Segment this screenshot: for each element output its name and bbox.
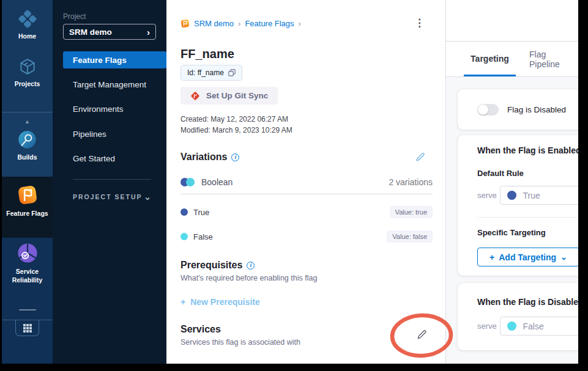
services-title: Services [180,324,221,335]
breadcrumb-project-link[interactable]: SRM demo [194,19,234,28]
flag-id-chip: Id: ff_name [180,65,242,81]
disabled-card-title: When the Flag is Disabled [477,297,578,307]
add-targeting-button[interactable]: + Add Targeting ⌄ [477,248,578,266]
app-window: Home Projects ▲ Builds [2,0,578,364]
panel-header [446,0,578,42]
new-prerequisite-label: New Prerequisite [190,297,260,307]
flag-enabled-card: When the Flag is Enabled i Default Rule … [458,135,578,276]
flag-state-card: Flag is Disabled [458,89,578,130]
variation-row-true: True Value: true [180,206,433,218]
sidebar-item-pipelines[interactable]: Pipelines [73,130,106,139]
module-rail: Home Projects ▲ Builds [2,0,53,364]
variations-header: Variations i [180,152,433,163]
rail-section-builds: ▲ Builds [2,112,53,177]
disabled-serve-row: serve False [477,317,578,336]
serve-variation-select[interactable]: True [500,186,578,205]
rail-collapse-handle[interactable] [19,309,36,310]
prerequisites-title: Prerequisites [180,260,242,271]
boolean-type-icon [180,178,195,186]
chevron-down-icon: ⌄ [144,192,151,202]
variation-name: False [193,232,213,241]
chevron-right-icon: › [147,28,150,37]
git-icon [190,91,200,101]
chevron-right-icon: › [238,19,240,28]
variation-value-badge: Value: true [390,206,433,218]
sidebar-item-feature-flags-page[interactable]: Feature Flags [63,51,166,68]
sidebar-item-label: Projects [6,79,50,88]
git-sync-label: Set Up Git Sync [206,91,268,100]
new-prerequisite-link[interactable]: + New Prerequisite [180,297,278,307]
tab-flag-pipeline[interactable]: Flag Pipeline [528,42,578,76]
collapse-up-icon[interactable]: ▲ [2,117,53,126]
chevron-right-icon: › [299,19,301,28]
sidebar-item-home[interactable]: Home [2,10,53,40]
serve-label: serve [477,191,500,200]
sidebar-item-projects[interactable]: Projects [2,57,53,88]
variation-type-row: Boolean 2 variations [180,177,433,187]
feature-flags-icon [180,19,190,28]
sidebar-item-builds[interactable]: Builds [2,130,53,161]
projects-icon [18,57,37,76]
page-title: FF_name [180,47,433,61]
sidebar-item-label: Service Reliability [6,267,50,284]
sidebar-item-feature-flags[interactable]: Feature Flags [2,185,53,218]
variation-name: True [193,208,209,217]
panel-tabs: Targeting Flag Pipeline [446,42,578,77]
info-icon[interactable]: i [231,153,239,161]
sidebar-item-target-management[interactable]: Target Management [73,80,146,89]
flag-enabled-toggle[interactable] [477,104,499,116]
edit-variations-icon[interactable] [415,152,425,162]
project-setup-label: PROJECT SETUP [73,193,144,200]
setup-git-sync-button[interactable]: Set Up Git Sync [180,87,278,105]
sidebar-item-service-reliability[interactable]: Service Reliability [2,243,53,284]
serve-value: True [523,191,540,200]
breadcrumb-page-link[interactable]: Feature Flags [245,19,294,28]
flag-id-text: Id: ff_name [187,68,224,77]
edit-services-icon[interactable] [417,329,427,340]
module-picker-button[interactable] [15,320,39,336]
serve-variation-select[interactable]: False [500,317,578,336]
true-variant-dot [507,191,516,200]
false-variant-dot [507,321,516,331]
created-timestamp: Created: May 12, 2022 06:27 AM [180,115,433,123]
add-targeting-label: Add Targeting [499,252,556,262]
variations-title: Variations [180,152,227,163]
project-name: SRM demo [69,28,147,37]
sidebar-item-environments[interactable]: Environments [73,105,124,114]
info-icon[interactable]: i [247,262,255,270]
flag-disabled-card: When the Flag is Disabled serve False [458,283,578,350]
sidebar-item-label: Builds [6,153,50,161]
rail-section-general: Home Projects [2,0,53,112]
sidebar-divider [73,179,151,180]
kebab-menu-icon[interactable]: ⋮ [414,18,425,28]
divider [180,194,433,194]
project-setup-section[interactable]: PROJECT SETUP ⌄ [73,192,151,202]
project-selector[interactable]: SRM demo › [63,24,156,40]
plus-icon: + [489,252,494,262]
variation-row-false: False Value: false [180,230,433,243]
service-reliability-icon [17,243,38,263]
sidebar-item-label: Home [6,32,50,40]
serve-value: False [523,321,543,331]
grid-icon [23,324,32,332]
prerequisites-subtitle: What's required before enabling this fla… [180,274,433,282]
flag-state-label: Flag is Disabled [507,105,566,114]
tab-targeting[interactable]: Targeting [464,42,516,76]
flag-detail-panel: SRM demo › Feature Flags › ⋮ FF_name Id:… [166,0,445,364]
sidebar-item-get-started[interactable]: Get Started [73,154,115,163]
default-rule-serve-row: serve True [477,186,578,205]
false-variant-dot [180,233,188,240]
true-variant-dot [180,208,188,216]
divider [477,217,578,218]
enabled-card-title: When the Flag is Enabled i [477,145,578,155]
targeting-panel: Targeting Flag Pipeline Flag is Disabled… [445,0,578,364]
builds-icon [18,130,37,149]
rail-section-service-reliability: Service Reliability [2,238,53,364]
copy-icon[interactable] [228,69,236,76]
sidebar-item-label: Feature Flags [6,209,50,218]
default-rule-label: Default Rule [477,169,578,178]
rail-section-feature-flags: Feature Flags [2,177,53,238]
plus-icon: + [180,297,185,307]
serve-label: serve [477,321,500,331]
variation-value-badge: Value: false [387,230,433,243]
